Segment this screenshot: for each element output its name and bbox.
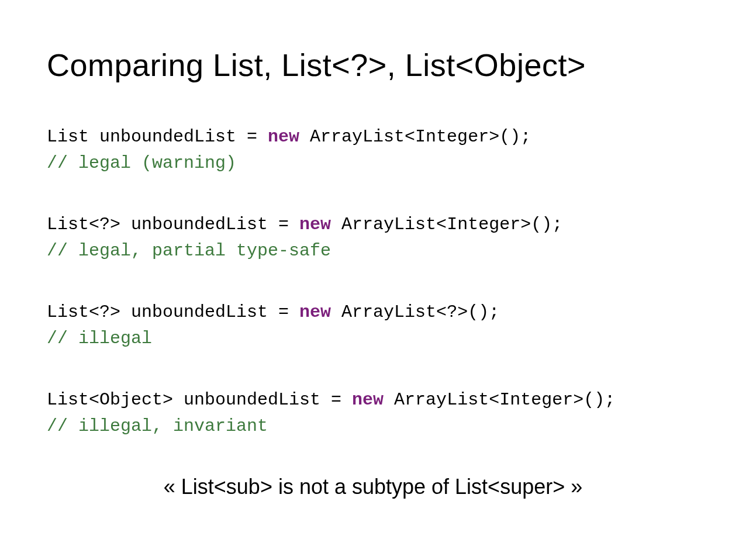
keyword-new: new <box>352 390 384 410</box>
code-text: ArrayList<Integer>(); <box>299 127 531 147</box>
code-comment: // illegal <box>47 326 699 352</box>
keyword-new: new <box>268 127 299 147</box>
code-text: List<Object> unboundedList = <box>47 390 352 410</box>
code-text: ArrayList<Integer>(); <box>384 390 615 410</box>
code-comment: // legal (warning) <box>47 150 699 177</box>
code-line: List<?> unboundedList = new ArrayList<In… <box>47 212 699 238</box>
code-example-1: List unboundedList = new ArrayList<Integ… <box>47 124 699 177</box>
code-text: ArrayList<?>(); <box>331 302 499 322</box>
code-line: List<?> unboundedList = new ArrayList<?>… <box>47 299 699 326</box>
code-example-2: List<?> unboundedList = new ArrayList<In… <box>47 212 699 264</box>
code-comment: // legal, partial type-safe <box>47 238 699 264</box>
code-text: List<?> unboundedList = <box>47 215 299 234</box>
code-example-4: List<Object> unboundedList = new ArrayLi… <box>47 387 699 440</box>
slide-quote: « List<sub> is not a subtype of List<sup… <box>47 475 699 499</box>
code-line: List<Object> unboundedList = new ArrayLi… <box>47 387 699 413</box>
slide-title: Comparing List, List<?>, List<Object> <box>47 47 699 83</box>
code-text: ArrayList<Integer>(); <box>331 215 562 234</box>
code-comment: // illegal, invariant <box>47 413 699 440</box>
keyword-new: new <box>299 215 331 234</box>
code-line: List unboundedList = new ArrayList<Integ… <box>47 124 699 150</box>
keyword-new: new <box>299 302 331 322</box>
code-text: List unboundedList = <box>47 127 268 147</box>
code-example-3: List<?> unboundedList = new ArrayList<?>… <box>47 299 699 352</box>
code-text: List<?> unboundedList = <box>47 302 299 322</box>
